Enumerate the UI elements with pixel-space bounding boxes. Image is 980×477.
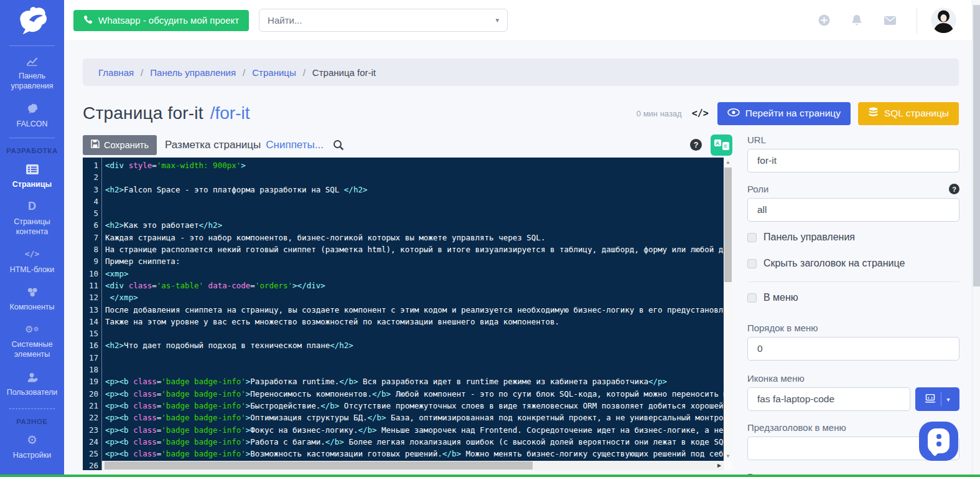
checkbox-icon[interactable] — [747, 259, 757, 268]
sidebar-item-label: Пользователи — [7, 388, 58, 397]
editor-code[interactable]: <div style='max-width: 900px'><h2>Falcon… — [102, 158, 732, 470]
scrollbar-corner — [724, 461, 732, 470]
topbar: Whatsapp - обсудить мой проект ▾ — [64, 0, 972, 41]
sidebar-section-misc: РАЗНОЕ — [0, 418, 64, 425]
sidebar-item-content-pages[interactable]: D Страницы контента — [0, 194, 64, 242]
goto-page-label: Перейти на страницу — [745, 108, 841, 119]
topbar-divider — [917, 7, 917, 34]
icon-picker-button[interactable]: ▾ — [915, 387, 959, 411]
whatsapp-button-label: Whatsapp - обсудить мой проект — [98, 15, 239, 26]
roles-label: Роли — [747, 184, 769, 194]
checkbox-admin-panel[interactable]: Панель управления — [747, 232, 959, 243]
bell-icon[interactable] — [851, 14, 863, 27]
database-icon — [868, 107, 879, 120]
chevron-down-icon: ▾ — [946, 396, 950, 403]
updated-ago: 0 мин назад — [637, 109, 682, 118]
sidebar-item-label: FALCON — [16, 120, 47, 128]
breadcrumb-dashboard[interactable]: Панель управления — [150, 67, 236, 78]
sidebar-item-system-elements[interactable]: ⚙⚙ Системные элементы — [0, 317, 64, 365]
sidebar-item-falcon[interactable]: FALCON — [0, 97, 64, 134]
translate-text-icon: ≡ — [722, 142, 729, 150]
sidebar-item-label: Страницы контента — [14, 217, 50, 236]
sidebar-item-label: Панель управления — [11, 72, 53, 90]
url-label: URL — [747, 135, 959, 145]
chat-bubble-icon — [928, 428, 950, 453]
envelope-icon[interactable] — [884, 14, 896, 27]
scroll-up-arrow[interactable]: ▲ — [724, 158, 732, 166]
dove-logo-icon — [16, 6, 49, 38]
checkbox-in-menu[interactable]: В меню — [747, 292, 959, 303]
gear-icon: ⚙ — [2, 433, 62, 447]
snippets-link[interactable]: Сниппеты... — [266, 139, 324, 151]
list-alt-icon — [2, 163, 62, 176]
letter-d-icon: D — [2, 200, 62, 214]
roles-help-icon[interactable]: ? — [949, 184, 959, 194]
chart-icon — [2, 54, 62, 68]
sidebar-divider-dashed — [9, 409, 55, 409]
sidebar-item-pages[interactable]: Страницы — [0, 157, 64, 194]
sidebar: Панель управления FALCON РАЗРАБОТКА Стра… — [0, 0, 64, 477]
vertical-scroll-thumb[interactable] — [724, 168, 732, 282]
sidebar-item-label: Компоненты — [9, 303, 54, 311]
breadcrumb-home[interactable]: Главная — [98, 67, 134, 78]
sidebar-divider — [9, 138, 55, 138]
code-editor[interactable]: 1234567891011121314151617181920212223242… — [83, 158, 732, 470]
page-title: Страница for-it — [83, 103, 203, 123]
brand-logo[interactable] — [0, 0, 64, 42]
sidebar-section-development: РАЗРАБОТКА — [0, 147, 64, 154]
menu-order-label: Порядок в меню — [747, 323, 959, 333]
breadcrumb-current: Страница for-it — [312, 67, 376, 78]
sidebar-item-label: Страницы — [12, 180, 52, 189]
page-slug[interactable]: /for-it — [210, 103, 250, 123]
help-icon[interactable]: ? — [690, 139, 702, 151]
sidebar-item-dashboard[interactable]: Панель управления — [0, 49, 64, 97]
sidebar-item-html-blocks[interactable]: </> HTML-блоки — [0, 242, 64, 280]
menu-icon-input[interactable] — [747, 387, 910, 411]
breadcrumb-pages[interactable]: Страницы — [252, 67, 296, 78]
sql-page-button[interactable]: SQL страницы — [858, 102, 959, 125]
sql-page-label: SQL страницы — [884, 108, 949, 119]
menu-order-input[interactable] — [747, 337, 959, 361]
page-scroll-thumb[interactable] — [973, 5, 980, 286]
sidebar-item-components[interactable]: Компоненты — [0, 280, 64, 317]
horizontal-scroll-thumb[interactable] — [105, 461, 533, 470]
sidebar-item-settings[interactable]: ⚙ Настройки — [0, 428, 64, 465]
translate-a-icon: A — [714, 139, 721, 146]
user-icon — [2, 371, 62, 384]
search-magnifier-icon[interactable] — [333, 139, 344, 151]
sidebar-item-label: HTML-блоки — [10, 265, 55, 274]
props-divider — [747, 281, 959, 282]
topbar-icons — [818, 7, 972, 34]
save-button[interactable]: Сохранить — [83, 135, 157, 155]
markup-label: Разметка страницы — [165, 139, 261, 151]
chevron-down-icon[interactable]: ▾ — [496, 16, 500, 24]
gears-icon: ⚙⚙ — [2, 323, 62, 336]
checkbox-hide-title[interactable]: Скрыть заголовок на странице — [747, 258, 959, 269]
search-input[interactable] — [268, 15, 495, 26]
avatar[interactable] — [931, 7, 956, 33]
whatsapp-button[interactable]: Whatsapp - обсудить мой проект — [73, 10, 249, 31]
breadcrumb: Главная / Панель управления / Страницы /… — [83, 59, 959, 86]
roles-input[interactable] — [747, 198, 959, 222]
editor-gutter: 1234567891011121314151617181920212223242… — [83, 158, 102, 470]
sidebar-item-label: Настройки — [13, 451, 51, 460]
plus-circle-icon[interactable] — [818, 14, 830, 27]
sidebar-item-users[interactable]: Пользователи — [0, 365, 64, 402]
checkbox-icon[interactable] — [747, 293, 757, 303]
components-cluster-icon — [2, 285, 62, 299]
global-search[interactable]: ▾ — [259, 9, 508, 32]
editor-toolbar: Сохранить Разметка страницы Сниппеты... … — [83, 135, 732, 155]
url-input[interactable] — [747, 149, 959, 172]
chat-widget-button[interactable] — [919, 422, 958, 461]
laptop-icon — [925, 394, 936, 405]
code-icon[interactable]: </> — [692, 108, 709, 119]
scroll-right-arrow[interactable]: ▶ — [716, 461, 723, 470]
checkbox-icon[interactable] — [747, 233, 757, 242]
eye-icon — [727, 108, 740, 119]
sidebar-divider — [9, 45, 55, 46]
bottom-status-bar — [0, 475, 980, 477]
translate-button[interactable]: A ≡ — [711, 135, 732, 156]
menu-icon-label: Иконка меню — [747, 373, 959, 384]
goto-page-button[interactable]: Перейти на страницу — [717, 102, 851, 125]
scroll-down-arrow[interactable]: ▼ — [724, 452, 732, 460]
